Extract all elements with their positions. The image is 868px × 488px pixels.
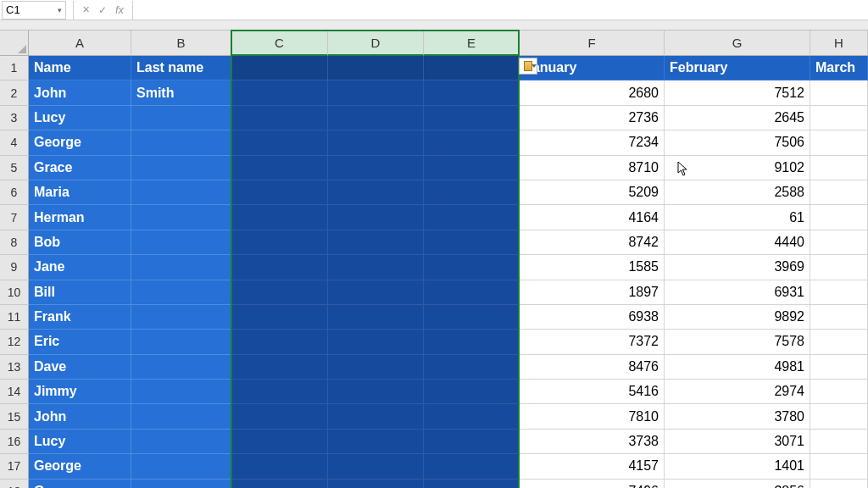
- cell[interactable]: [231, 430, 328, 454]
- cell[interactable]: [131, 454, 231, 479]
- cell[interactable]: [131, 380, 231, 404]
- cell[interactable]: [328, 56, 424, 80]
- cell[interactable]: January: [520, 56, 665, 80]
- cell[interactable]: [131, 305, 231, 330]
- select-all-corner[interactable]: [0, 30, 29, 56]
- chevron-down-icon[interactable]: ▾: [58, 6, 62, 14]
- cell[interactable]: [328, 430, 424, 454]
- cell[interactable]: [328, 355, 424, 380]
- cell[interactable]: Bill: [29, 280, 131, 305]
- cell[interactable]: 7810: [520, 404, 665, 429]
- cell[interactable]: Last name: [131, 56, 231, 80]
- cell[interactable]: Lucy: [29, 106, 131, 130]
- row-header[interactable]: 5: [0, 156, 29, 180]
- cell[interactable]: [424, 355, 520, 380]
- cell[interactable]: [131, 205, 231, 230]
- cell[interactable]: 2645: [665, 106, 810, 130]
- cell[interactable]: [424, 205, 520, 230]
- cell[interactable]: George: [29, 130, 131, 155]
- cell[interactable]: 8742: [520, 230, 665, 255]
- cell[interactable]: [328, 230, 424, 255]
- cell[interactable]: [231, 305, 328, 330]
- cell[interactable]: [810, 330, 868, 354]
- cell[interactable]: [131, 330, 231, 354]
- cell[interactable]: 1401: [665, 454, 810, 479]
- row-header[interactable]: 8: [0, 230, 29, 255]
- col-header-D[interactable]: D: [328, 30, 424, 56]
- cell[interactable]: 1897: [520, 280, 665, 305]
- cell[interactable]: [810, 305, 868, 330]
- cell[interactable]: 4440: [665, 230, 810, 255]
- cell[interactable]: [810, 255, 868, 280]
- cell[interactable]: Lucy: [29, 430, 131, 454]
- cell[interactable]: [424, 430, 520, 454]
- row-header[interactable]: 10: [0, 280, 29, 305]
- col-header-G[interactable]: G: [665, 30, 810, 56]
- row-header[interactable]: 15: [0, 404, 29, 429]
- cell[interactable]: [424, 330, 520, 354]
- col-header-E[interactable]: E: [424, 30, 520, 56]
- cell[interactable]: [424, 280, 520, 305]
- cell[interactable]: [810, 404, 868, 429]
- cell[interactable]: 6938: [520, 305, 665, 330]
- cell[interactable]: Maria: [29, 180, 131, 205]
- cell[interactable]: [231, 156, 328, 180]
- cell[interactable]: John: [29, 80, 131, 105]
- cell[interactable]: [231, 255, 328, 280]
- col-header-C[interactable]: C: [231, 30, 328, 56]
- row-header[interactable]: 17: [0, 454, 29, 479]
- paste-options-button[interactable]: [519, 58, 537, 75]
- row-header[interactable]: 16: [0, 430, 29, 454]
- cell[interactable]: 7506: [665, 130, 810, 155]
- row-header[interactable]: 14: [0, 380, 29, 404]
- cell[interactable]: [328, 380, 424, 404]
- cell[interactable]: [424, 106, 520, 130]
- cell[interactable]: [328, 454, 424, 479]
- cell[interactable]: [131, 404, 231, 429]
- cell[interactable]: [424, 255, 520, 280]
- cell[interactable]: [328, 330, 424, 354]
- cell[interactable]: [328, 255, 424, 280]
- cell[interactable]: [231, 80, 328, 105]
- cell[interactable]: [231, 106, 328, 130]
- cell[interactable]: [231, 130, 328, 155]
- cell[interactable]: 6931: [665, 280, 810, 305]
- cell[interactable]: [810, 180, 868, 205]
- cell[interactable]: 4164: [520, 205, 665, 230]
- row-header[interactable]: 7: [0, 205, 29, 230]
- cell[interactable]: [231, 180, 328, 205]
- cell[interactable]: [231, 56, 328, 80]
- name-box[interactable]: C1 ▾: [2, 1, 66, 19]
- cell[interactable]: [810, 430, 868, 454]
- cell[interactable]: 7372: [520, 330, 665, 354]
- cell[interactable]: [231, 380, 328, 404]
- cell[interactable]: 8710: [520, 156, 665, 180]
- cell[interactable]: 7512: [665, 80, 810, 105]
- cell[interactable]: [231, 355, 328, 380]
- cell[interactable]: [424, 380, 520, 404]
- cell[interactable]: 5209: [520, 180, 665, 205]
- cell[interactable]: [424, 130, 520, 155]
- cell[interactable]: 3780: [665, 404, 810, 429]
- cell[interactable]: March: [810, 56, 868, 80]
- row-header[interactable]: 4: [0, 130, 29, 155]
- cell[interactable]: [231, 205, 328, 230]
- cell[interactable]: [131, 130, 231, 155]
- cell[interactable]: [810, 230, 868, 255]
- formula-input[interactable]: [133, 1, 868, 19]
- cell[interactable]: 4981: [665, 355, 810, 380]
- cell[interactable]: [424, 404, 520, 429]
- cell[interactable]: 61: [665, 205, 810, 230]
- cell[interactable]: 2974: [665, 380, 810, 404]
- enter-icon[interactable]: ✓: [98, 4, 107, 16]
- cell[interactable]: [231, 280, 328, 305]
- cell[interactable]: 2736: [520, 106, 665, 130]
- cell[interactable]: Dave: [29, 355, 131, 380]
- cell[interactable]: [810, 205, 868, 230]
- cell[interactable]: [810, 355, 868, 380]
- cell[interactable]: [328, 106, 424, 130]
- cell[interactable]: [231, 480, 328, 488]
- col-header-H[interactable]: H: [810, 30, 868, 56]
- cell[interactable]: [231, 230, 328, 255]
- cell[interactable]: [328, 480, 424, 488]
